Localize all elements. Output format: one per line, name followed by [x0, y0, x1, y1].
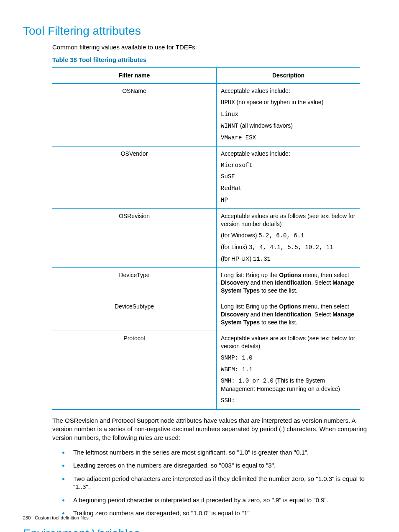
desc-text: (for HP-UX) [221, 255, 253, 262]
desc-line: SuSE [221, 172, 356, 181]
code-text: WBEM: 1.1 [221, 366, 253, 373]
code-text: SuSE [221, 173, 235, 180]
th-description: Description [217, 68, 361, 83]
desc-text: to see the list. [260, 319, 297, 326]
code-text: RedHat [221, 185, 242, 192]
desc-text: . Select [311, 279, 332, 286]
desc-text: Long list: Bring up the [221, 303, 279, 310]
code-text: SMH: 1.0 or 2.0 [221, 378, 274, 384]
desc-text: Long list: Bring up the [221, 272, 279, 278]
cell-filter-name: OSVendor [52, 146, 217, 208]
bold-text: Options [279, 303, 301, 310]
desc-text: and then [249, 311, 275, 318]
list-item: The leftmost numbers in the series are m… [69, 448, 376, 457]
section-heading-env-vars: Environment Variables [23, 526, 376, 532]
body-paragraph: The OSRevision and Protocol Support node… [52, 416, 376, 442]
desc-line: (for HP-UX) 11.31 [221, 255, 356, 263]
table-row: DeviceSubtype Long list: Bring up the Op… [52, 299, 360, 331]
desc-line: (for Windows) 5.2, 6.0, 6.1 [221, 231, 356, 240]
bold-text: Discovery [221, 311, 249, 318]
code-text: Linux [221, 111, 238, 118]
desc-line: (for Linux) 3, 4, 4.1, 5.5, 10.2, 11 [221, 243, 356, 252]
desc-line: Acceptable values include: [221, 150, 356, 158]
desc-text: (all windows flavors) [238, 122, 293, 129]
cell-description: Long list: Bring up the Options menu, th… [217, 267, 361, 299]
bold-text: Options [279, 272, 301, 278]
desc-line: SSH: [221, 396, 356, 405]
desc-line: Acceptable values are as follows (see te… [221, 334, 356, 350]
cell-filter-name: OSName [52, 83, 217, 146]
desc-line: SNMP: 1.0 [221, 354, 356, 362]
table-row: OSRevision Acceptable values are as foll… [52, 209, 360, 267]
desc-line: HP [221, 196, 356, 204]
bold-text: Discovery [221, 279, 249, 286]
rules-list: The leftmost numbers in the series are m… [52, 448, 376, 517]
code-text: SSH: [221, 397, 235, 404]
code-text: VMware ESX [221, 134, 256, 141]
cell-description: Acceptable values are as follows (see te… [217, 331, 361, 409]
desc-line: RedHat [221, 184, 356, 193]
table-row: OSVendor Acceptable values include: Micr… [52, 146, 360, 208]
table-caption: Table 38 Tool filtering attributes [52, 56, 376, 64]
code-text: 3, 4, 4.1, 5.5, 10.2, 11 [249, 244, 333, 251]
table-row: Protocol Acceptable values are as follow… [52, 331, 360, 409]
desc-text: and then [249, 279, 275, 286]
desc-line: SMH: 1.0 or 2.0 (This is the System Mana… [221, 377, 356, 393]
list-item: Trailing zero numbers are disregarded, s… [69, 509, 376, 517]
footer-title: Custom tool definition files [35, 515, 88, 520]
section-heading-tool-filtering: Tool Filtering attributes [23, 23, 376, 39]
cell-description: Acceptable values are as follows (see te… [217, 209, 361, 267]
cell-filter-name: DeviceType [52, 267, 217, 299]
desc-text: . Select [311, 311, 332, 318]
code-text: Microsoft [221, 162, 253, 169]
tool-filtering-table: Filter name Description OSName Acceptabl… [52, 67, 360, 410]
code-text: SNMP: 1.0 [221, 355, 253, 361]
desc-line: WBEM: 1.1 [221, 365, 356, 374]
desc-line: Long list: Bring up the Options menu, th… [221, 271, 356, 295]
desc-text: menu, then select [301, 272, 349, 278]
list-item: Two adjacent period characters are inter… [69, 475, 376, 491]
desc-text: to see the list. [260, 287, 297, 294]
desc-text: (for Windows) [221, 232, 258, 239]
cell-description: Long list: Bring up the Options menu, th… [217, 299, 361, 331]
desc-line: Acceptable values are as follows (see te… [221, 212, 356, 228]
bold-text: Identification [275, 311, 311, 318]
th-filter-name: Filter name [52, 68, 217, 83]
table-row: OSName Acceptable values include: HPUX (… [52, 83, 360, 146]
page-number: 230 [23, 515, 31, 520]
list-item: A beginning period character is interpre… [69, 496, 376, 504]
table-header-row: Filter name Description [52, 68, 360, 83]
desc-text: (no space or hyphen in the value) [235, 99, 324, 105]
desc-text: menu, then select [301, 303, 349, 310]
bold-text: Identification [275, 279, 311, 286]
section-intro: Common filtering values available to use… [52, 43, 376, 51]
desc-line: Acceptable values include: [221, 87, 356, 95]
cell-filter-name: OSRevision [52, 209, 217, 267]
desc-line: Linux [221, 110, 356, 118]
cell-filter-name: Protocol [52, 331, 217, 409]
desc-line: Long list: Bring up the Options menu, th… [221, 303, 356, 326]
cell-description: Acceptable values include: HPUX (no spac… [217, 83, 361, 146]
list-item: Leading zeroes on the numbers are disreg… [69, 461, 376, 470]
desc-line: Microsoft [221, 161, 356, 170]
page-footer: 230Custom tool definition files [23, 515, 89, 521]
cell-description: Acceptable values include: Microsoft SuS… [217, 146, 361, 208]
desc-line: WINNT (all windows flavors) [221, 122, 356, 130]
desc-text: (for Linux) [221, 244, 249, 250]
code-text: WINNT [221, 123, 238, 129]
code-text: HP [221, 197, 228, 203]
desc-line: VMware ESX [221, 134, 356, 142]
code-text: 11.31 [253, 256, 271, 262]
table-row: DeviceType Long list: Bring up the Optio… [52, 267, 360, 299]
code-text: HPUX [221, 99, 235, 106]
code-text: 5.2, 6.0, 6.1 [258, 232, 304, 239]
cell-filter-name: DeviceSubtype [52, 299, 217, 331]
desc-line: HPUX (no space or hyphen in the value) [221, 98, 356, 107]
